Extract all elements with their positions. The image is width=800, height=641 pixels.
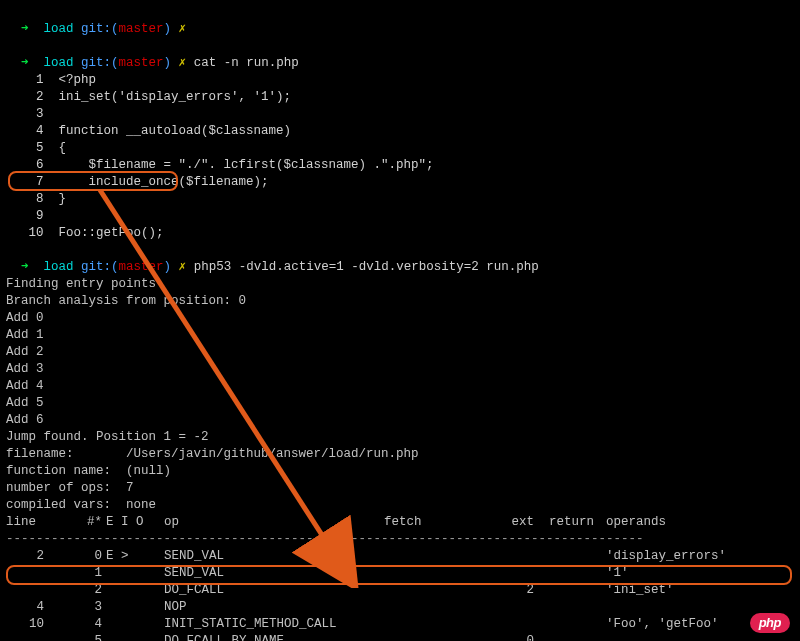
opcode-table: line #* E I O op fetch ext return operan… xyxy=(6,514,794,641)
hdr-eio: E I O xyxy=(106,514,164,531)
hdr-num: #* xyxy=(54,514,106,531)
code-line: 9 xyxy=(6,208,794,225)
git-branch: master xyxy=(119,56,164,70)
arrow-icon: ➜ xyxy=(21,260,36,274)
code-block: 1<?php 2ini_set('display_errors', '1'); … xyxy=(6,72,794,242)
output-line: number of ops: 7 xyxy=(6,480,794,497)
dirty-icon: ✗ xyxy=(179,22,187,36)
hdr-return: return xyxy=(534,514,594,531)
hdr-line: line xyxy=(6,514,54,531)
code-line: 8} xyxy=(6,191,794,208)
output-line: Add 6 xyxy=(6,412,794,429)
hdr-op: op xyxy=(164,514,384,531)
opcode-row: 5 DO_FCALL_BY_NAME 0 xyxy=(6,633,794,641)
prompt-dir: load xyxy=(36,260,81,274)
opcode-row: 2 DO_FCALL 2 'ini_set' xyxy=(6,582,794,599)
command-text: cat -n run.php xyxy=(194,56,299,70)
arrow-icon: ➜ xyxy=(21,56,36,70)
code-line: 1<?php xyxy=(6,72,794,89)
code-line: 4function __autoload($classname) xyxy=(6,123,794,140)
opcode-row: 1 SEND_VAL '1' xyxy=(6,565,794,582)
code-line: 2ini_set('display_errors', '1'); xyxy=(6,89,794,106)
git-branch: master xyxy=(119,260,164,274)
code-line: 5{ xyxy=(6,140,794,157)
output-line: Add 1 xyxy=(6,327,794,344)
git-open: git:( xyxy=(81,260,119,274)
arrow-icon: ➜ xyxy=(21,22,36,36)
output-line: function name: (null) xyxy=(6,463,794,480)
dirty-icon: ✗ xyxy=(179,56,194,70)
output-line: compiled vars: none xyxy=(6,497,794,514)
output-line: Branch analysis from position: 0 xyxy=(6,293,794,310)
output-line: Jump found. Position 1 = -2 xyxy=(6,429,794,446)
output-line: Add 4 xyxy=(6,378,794,395)
prompt-line-3[interactable]: ➜ load git:(master) ✗ php53 -dvld.active… xyxy=(6,242,794,276)
prompt-dir: load xyxy=(36,22,81,36)
command-text: php53 -dvld.active=1 -dvld.verbosity=2 r… xyxy=(194,260,539,274)
code-line: 10Foo::getFoo(); xyxy=(6,225,794,242)
git-close: ) xyxy=(164,260,179,274)
output-line: Add 3 xyxy=(6,361,794,378)
hdr-ext: ext xyxy=(489,514,534,531)
prompt-dir: load xyxy=(36,56,81,70)
output-line: Add 0 xyxy=(6,310,794,327)
output-line: filename: /Users/javin/github/answer/loa… xyxy=(6,446,794,463)
dirty-icon: ✗ xyxy=(179,260,194,274)
output-line: Finding entry points xyxy=(6,276,794,293)
prompt-line-1: ➜ load git:(master) ✗ xyxy=(6,4,794,38)
git-branch: master xyxy=(119,22,164,36)
git-open: git:( xyxy=(81,22,119,36)
git-close: ) xyxy=(164,22,179,36)
separator-line: ----------------------------------------… xyxy=(6,531,794,548)
code-line: 6 $filename = "./". lcfirst($classname) … xyxy=(6,157,794,174)
git-close: ) xyxy=(164,56,179,70)
code-line: 7 include_once($filename); xyxy=(6,174,794,191)
hdr-operands: operands xyxy=(594,514,794,531)
opcode-row: 4 3 NOP xyxy=(6,599,794,616)
opcode-row: 2 0 E > SEND_VAL 'display_errors' xyxy=(6,548,794,565)
output-line: Add 2 xyxy=(6,344,794,361)
output-line: Add 5 xyxy=(6,395,794,412)
opcode-row: 10 4 INIT_STATIC_METHOD_CALL 'Foo', 'get… xyxy=(6,616,794,633)
output-block: Finding entry points Branch analysis fro… xyxy=(6,276,794,514)
git-open: git:( xyxy=(81,56,119,70)
hdr-fetch: fetch xyxy=(384,514,489,531)
opcode-header-row: line #* E I O op fetch ext return operan… xyxy=(6,514,794,531)
php-badge: php xyxy=(750,613,790,633)
prompt-line-2[interactable]: ➜ load git:(master) ✗ cat -n run.php xyxy=(6,38,794,72)
code-line: 3 xyxy=(6,106,794,123)
